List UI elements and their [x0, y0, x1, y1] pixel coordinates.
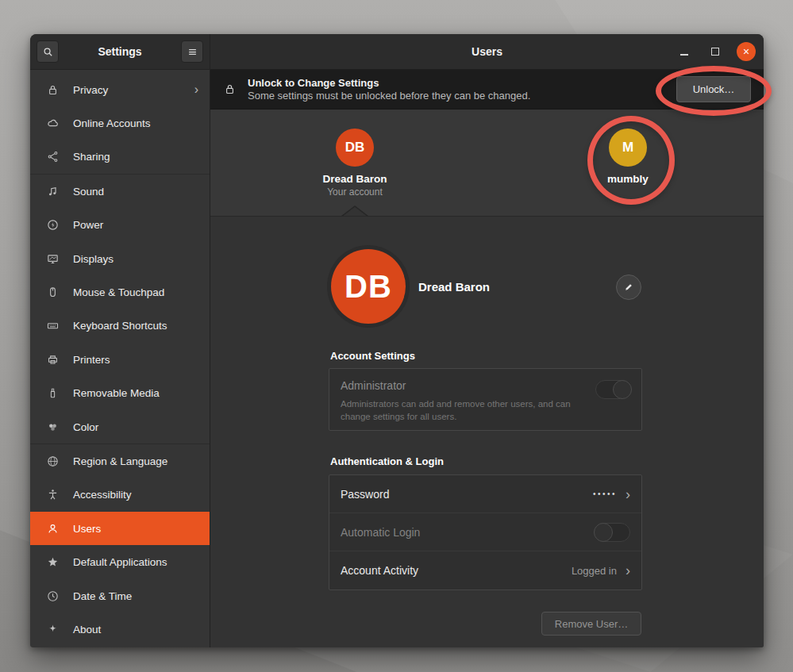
- password-row[interactable]: Password ••••• ›: [329, 475, 641, 513]
- unlock-banner-title: Unlock to Change Settings: [248, 77, 530, 90]
- keyboard-icon: [46, 319, 60, 332]
- avatar: DB: [336, 129, 374, 167]
- sidebar-item-color[interactable]: Color: [30, 410, 210, 444]
- password-dots: •••••: [593, 490, 617, 498]
- sidebar-item-date-time[interactable]: Date & Time: [30, 579, 210, 612]
- music-note-icon: [46, 185, 60, 198]
- selected-user-notch: [341, 205, 368, 217]
- user-details-panel: DB Dread Baron Account Settings Administ…: [210, 217, 764, 647]
- sidebar-item-mouse-touchpad[interactable]: Mouse & Touchpad: [30, 275, 210, 309]
- section-title-authentication-login: Authentication & Login: [330, 455, 444, 467]
- sidebar-item-about[interactable]: About: [30, 612, 210, 646]
- menu-button[interactable]: [181, 40, 203, 63]
- globe-icon: [46, 455, 60, 468]
- sidebar-item-printers[interactable]: Printers: [30, 343, 210, 376]
- sidebar-item-displays[interactable]: Displays: [30, 242, 210, 275]
- sidebar-item-default-applications[interactable]: Default Applications: [30, 545, 210, 578]
- edit-name-button[interactable]: [616, 275, 641, 300]
- hamburger-menu-icon: [187, 46, 198, 58]
- close-button[interactable]: ×: [737, 42, 756, 61]
- pencil-icon: [623, 282, 634, 293]
- accessibility-icon: [46, 488, 60, 501]
- sidebar-item-power[interactable]: Power: [30, 209, 210, 242]
- account-activity-value: Logged in: [572, 565, 617, 577]
- desktop: { "window": { "sidebar": { "header": { "…: [0, 0, 793, 672]
- sidebar-item-region-language[interactable]: Region & Language: [30, 444, 210, 478]
- printer-icon: [46, 353, 60, 367]
- settings-window: Settings Privacy › Online Accounts Shari…: [30, 34, 764, 647]
- color-circles-icon: [46, 420, 60, 434]
- user-name: Dread Baron: [322, 173, 387, 185]
- automatic-login-toggle[interactable]: [594, 523, 630, 542]
- main-panel: Users × Unlock to Change Settings Some s…: [210, 34, 764, 647]
- toggle-knob: [613, 380, 632, 399]
- automatic-login-row: Automatic Login: [329, 513, 641, 551]
- sidebar-item-online-accounts[interactable]: Online Accounts: [30, 106, 210, 140]
- sidebar-title: Settings: [59, 45, 181, 58]
- account-activity-label: Account Activity: [341, 564, 418, 577]
- clock-icon: [46, 589, 60, 603]
- unlock-banner-subtitle: Some settings must be unlocked before th…: [248, 90, 530, 102]
- close-icon: ×: [743, 45, 749, 58]
- sidebar-item-keyboard-shortcuts[interactable]: Keyboard Shortcuts: [30, 309, 210, 343]
- sidebar-item-sound[interactable]: Sound: [30, 175, 210, 208]
- star-icon: [46, 555, 60, 569]
- user-subtitle: Your account: [327, 186, 383, 198]
- carousel-user-mumbly[interactable]: M mumbly: [572, 129, 683, 185]
- remove-user-button[interactable]: Remove User…: [541, 612, 641, 636]
- lock-icon: [46, 83, 60, 97]
- sidebar: Settings Privacy › Online Accounts Shari…: [30, 34, 210, 647]
- avatar: M: [609, 129, 647, 167]
- unlock-banner: Unlock to Change Settings Some settings …: [210, 70, 764, 109]
- cloud-icon: [46, 117, 60, 130]
- chevron-right-icon: ›: [626, 487, 630, 501]
- administrator-description: Administrators can add and remove other …: [341, 397, 602, 423]
- carousel-user-dread-baron[interactable]: DB Dread Baron Your account: [299, 129, 410, 198]
- toggle-knob: [594, 523, 613, 542]
- sidebar-item-removable-media[interactable]: Removable Media: [30, 377, 210, 410]
- users-icon: [46, 522, 60, 536]
- administrator-toggle[interactable]: [595, 380, 632, 399]
- unlock-button[interactable]: Unlock…: [676, 76, 751, 102]
- headerbar: Users ×: [210, 34, 764, 70]
- profile-name: Dread Baron: [418, 280, 490, 294]
- minimize-button[interactable]: [675, 42, 694, 61]
- mouse-icon: [46, 286, 60, 299]
- minimize-icon: [680, 54, 688, 56]
- sidebar-list: Privacy › Online Accounts Sharing Sound …: [30, 70, 210, 647]
- section-title-account-settings: Account Settings: [330, 350, 415, 362]
- usb-drive-icon: [46, 386, 60, 400]
- sparkle-icon: [46, 623, 60, 636]
- authentication-login-card: Password ••••• › Automatic Login Account…: [329, 474, 642, 590]
- lock-icon: [223, 83, 237, 96]
- automatic-login-label: Automatic Login: [341, 526, 420, 539]
- page-title: Users: [472, 45, 502, 58]
- maximize-icon: [711, 48, 719, 56]
- search-button[interactable]: [37, 40, 59, 63]
- maximize-button[interactable]: [706, 42, 725, 61]
- chevron-right-icon: ›: [626, 563, 630, 578]
- search-icon: [42, 46, 54, 58]
- monitor-icon: [46, 252, 60, 266]
- account-activity-row[interactable]: Account Activity Logged in ›: [329, 551, 641, 589]
- sidebar-item-users[interactable]: Users: [30, 512, 210, 545]
- sidebar-header: Settings: [30, 34, 210, 70]
- sidebar-item-accessibility[interactable]: Accessibility: [30, 478, 210, 512]
- user-carousel: DB Dread Baron Your account M mumbly: [210, 109, 764, 217]
- administrator-label: Administrator: [341, 379, 630, 392]
- window-controls: ×: [675, 34, 756, 69]
- sidebar-item-privacy[interactable]: Privacy ›: [30, 73, 210, 106]
- chevron-right-icon: ›: [194, 83, 198, 96]
- password-label: Password: [341, 488, 389, 501]
- share-icon: [46, 150, 60, 163]
- user-name: mumbly: [607, 173, 649, 185]
- account-settings-card: Administrator Administrators can add and…: [329, 368, 642, 431]
- sidebar-item-sharing[interactable]: Sharing: [30, 140, 210, 174]
- profile-avatar[interactable]: DB: [331, 249, 406, 324]
- power-icon: [46, 218, 60, 232]
